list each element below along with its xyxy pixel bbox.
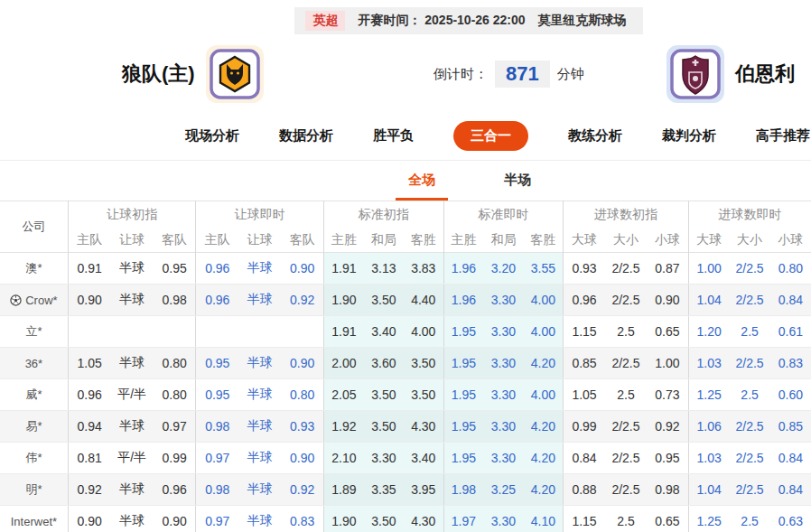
odds-cell: 0.96 (68, 379, 110, 411)
league-badge: 英超 (305, 11, 345, 31)
group-header-handicap-init: 让球初指 (68, 201, 196, 229)
odds-cell: 3.30 (483, 411, 523, 443)
odds-cell: 0.85 (770, 411, 811, 443)
odds-cell: 0.98 (196, 474, 238, 506)
odds-cell: 1.98 (443, 474, 483, 506)
odds-cell: 0.96 (196, 285, 238, 316)
company-cell: 立* (0, 316, 68, 348)
nav-tab-6[interactable]: 高手推荐 (756, 127, 810, 145)
odds-cell: 1.06 (688, 411, 729, 443)
odds-cell: 0.93 (281, 411, 323, 443)
odds-cell: 0.96 (196, 253, 238, 285)
odds-cell: 3.30 (483, 379, 523, 411)
company-header: 公司 (0, 201, 68, 253)
odds-cell: 1.00 (647, 348, 688, 379)
nav-tab-1[interactable]: 数据分析 (279, 127, 333, 145)
odds-cell: 2/2.5 (730, 443, 770, 474)
odds-cell: 3.13 (364, 253, 404, 285)
company-name: 36* (25, 357, 43, 370)
company-cell: Interwet* (0, 506, 68, 532)
company-cell: 威* (0, 379, 68, 411)
odds-cell: 1.03 (688, 443, 729, 474)
away-team-name: 伯恩利 (735, 61, 795, 88)
company-name: Interwet* (11, 515, 57, 528)
table-row: 伟*0.81平/半0.990.97半球0.902.103.303.401.953… (0, 443, 811, 474)
odds-cell: 1.03 (688, 348, 729, 379)
odds-cell: 0.73 (647, 379, 688, 411)
odds-cell: 2/2.5 (730, 253, 770, 285)
odds-cell: 3.40 (364, 316, 404, 348)
odds-cell: 2/2.5 (605, 253, 647, 285)
nav-tab-0[interactable]: 现场分析 (185, 127, 239, 145)
odds-cell: 1.89 (324, 474, 364, 506)
odds-cell: 3.40 (404, 443, 443, 474)
odds-cell: 4.20 (523, 474, 563, 506)
odds-cell: 1.97 (443, 506, 483, 532)
odds-cell: 半球 (111, 348, 154, 379)
nav-tab-4[interactable]: 教练分析 (568, 127, 622, 145)
col-header: 和局 (364, 229, 404, 253)
col-header: 客胜 (404, 229, 443, 253)
odds-cell: 0.90 (281, 443, 323, 474)
countdown-unit: 分钟 (557, 66, 584, 83)
odds-cell: 半球 (238, 474, 281, 506)
odds-cell: 0.97 (196, 443, 238, 474)
home-team: 狼队(主) (122, 45, 264, 103)
odds-cell: 2.5 (605, 506, 647, 532)
odds-cell: 1.96 (443, 285, 483, 316)
countdown: 倒计时： 871 分钟 (433, 61, 584, 88)
odds-table: 公司 让球初指 让球即时 标准初指 标准即时 进球数初指 进球数即时 主队 让球… (0, 201, 811, 532)
nav-tab-2[interactable]: 胜平负 (373, 127, 414, 145)
odds-cell: 0.88 (564, 474, 605, 506)
odds-cell: 0.61 (770, 316, 811, 348)
odds-cell: 2/2.5 (730, 348, 770, 379)
group-header-std-init: 标准初指 (324, 201, 444, 229)
kickoff-label: 开赛时间： (358, 13, 421, 27)
company-cell: 36* (0, 348, 68, 379)
odds-cell: 3.20 (483, 253, 523, 285)
col-header: 主胜 (324, 229, 364, 253)
odds-cell: 0.80 (154, 348, 196, 379)
odds-cell: 半球 (111, 411, 154, 443)
company-cell: 明* (0, 474, 68, 506)
odds-cell: 1.92 (324, 411, 364, 443)
odds-cell: 1.20 (688, 316, 729, 348)
odds-cell (154, 316, 196, 348)
odds-cell: 0.90 (68, 285, 110, 316)
col-header: 主队 (196, 229, 238, 253)
odds-cell: 3.50 (404, 379, 443, 411)
home-team-name: 狼队(主) (122, 61, 195, 88)
odds-cell: 1.15 (564, 316, 605, 348)
odds-cell: 0.92 (281, 285, 323, 316)
odds-cell: 1.05 (68, 348, 110, 379)
odds-cell: 半球 (238, 379, 281, 411)
meta-bar-wrap: 英超 开赛时间： 2025-10-26 22:00 莫里纽克斯球场 (0, 0, 811, 34)
odds-cell: 2/2.5 (605, 348, 647, 379)
odds-cell: 0.95 (647, 443, 688, 474)
odds-cell: 3.30 (483, 443, 523, 474)
nav-tab-5[interactable]: 裁判分析 (662, 127, 716, 145)
company-name: 威* (25, 387, 42, 401)
subtab-1[interactable]: 半场 (491, 172, 544, 201)
odds-cell (111, 316, 154, 348)
odds-cell: 2.5 (605, 316, 647, 348)
odds-cell: 0.99 (154, 443, 196, 474)
odds-cell (281, 316, 323, 348)
odds-cell: 0.90 (647, 285, 688, 316)
odds-cell: 1.95 (443, 348, 483, 379)
match-header: 狼队(主) 倒计时： 871 分钟 (0, 34, 811, 114)
odds-cell: 1.25 (688, 506, 729, 532)
odds-cell: 半球 (111, 474, 154, 506)
col-header: 小球 (647, 229, 688, 253)
col-header: 大小 (730, 229, 770, 253)
burnley-crest-icon (667, 45, 724, 103)
subtab-0[interactable]: 全场 (396, 172, 448, 201)
odds-cell: 3.50 (364, 285, 404, 316)
odds-cell: 0.95 (154, 253, 196, 285)
nav-tab-3[interactable]: 三合一 (453, 121, 528, 151)
kickoff-value: 2025-10-26 22:00 (424, 13, 525, 27)
odds-cell: 0.65 (647, 506, 688, 532)
odds-cell: 0.94 (68, 411, 110, 443)
table-row: 威*0.96平/半0.800.95半球0.802.053.503.501.953… (0, 379, 811, 411)
company-name: Crow* (25, 294, 57, 307)
